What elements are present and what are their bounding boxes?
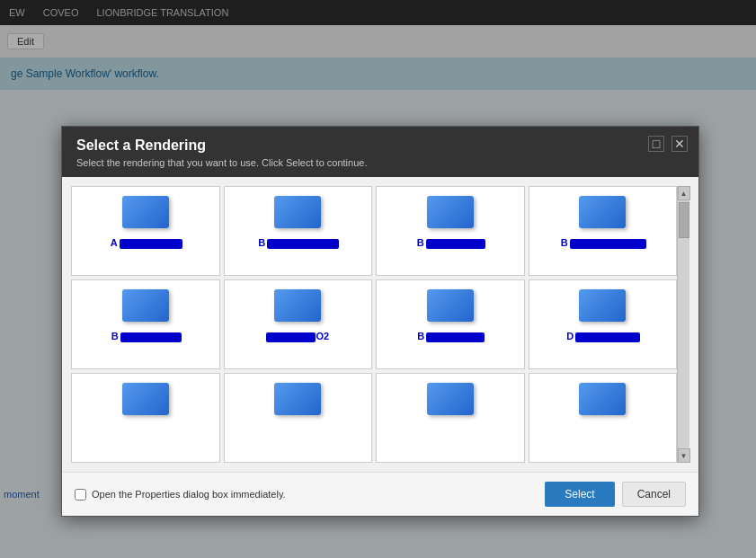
scrollbar-track: ▲ ▼ — [677, 186, 689, 463]
open-properties-checkbox-wrapper: Open the Properties dialog box immediate… — [75, 489, 286, 500]
scroll-up-button[interactable]: ▲ — [678, 186, 690, 200]
rendering-label-7: B — [415, 331, 485, 342]
grid-item-5[interactable]: B — [71, 279, 220, 369]
rendering-icon-1 — [122, 196, 169, 228]
modal-body: A B B — [62, 177, 698, 472]
rendering-label-1: A — [109, 237, 182, 249]
grid-item-3[interactable]: B — [376, 186, 525, 276]
rendering-icon-3 — [427, 196, 474, 228]
footer-buttons: Select Cancel — [545, 482, 686, 507]
grid-item-6[interactable]: O2 — [224, 279, 373, 369]
rendering-icon-7 — [427, 289, 474, 322]
rendering-icon-5 — [122, 289, 169, 322]
rendering-icon-9 — [122, 383, 169, 415]
close-button[interactable]: ✕ — [672, 136, 688, 152]
rendering-label-6: O2 — [266, 331, 330, 342]
grid-item-2[interactable]: B — [224, 186, 373, 276]
rendering-icon-11 — [427, 383, 474, 415]
grid-item-10[interactable] — [224, 373, 373, 463]
rendering-icon-4 — [579, 196, 626, 228]
modal-title: Select a Rendering — [76, 137, 684, 154]
grid-body-wrapper: A B B — [71, 186, 689, 463]
open-properties-checkbox[interactable] — [75, 489, 86, 500]
rendering-grid: A B B — [71, 186, 689, 463]
maximize-button[interactable]: □ — [648, 136, 664, 152]
grid-item-1[interactable]: A — [71, 186, 220, 276]
rendering-icon-6 — [274, 289, 321, 322]
footer-left: Open the Properties dialog box immediate… — [75, 489, 286, 500]
cancel-button[interactable]: Cancel — [622, 482, 686, 507]
grid-item-12[interactable] — [529, 373, 678, 463]
modal-header: Select a Rendering Select the rendering … — [62, 127, 698, 177]
grid-item-11[interactable] — [376, 373, 525, 463]
rendering-label-2: B — [256, 237, 339, 249]
rendering-icon-12 — [579, 383, 626, 415]
rendering-label-5: B — [110, 331, 182, 342]
rendering-icon-10 — [274, 383, 321, 415]
rendering-icon-8 — [579, 289, 626, 322]
rendering-label-3: B — [415, 237, 485, 249]
modal-header-controls: □ ✕ — [648, 136, 688, 152]
grid-item-4[interactable]: B — [529, 186, 678, 276]
grid-item-7[interactable]: B — [376, 279, 525, 369]
grid-item-9[interactable] — [71, 373, 220, 463]
rendering-label-8: D — [565, 331, 640, 342]
scroll-down-button[interactable]: ▼ — [678, 448, 690, 463]
rendering-icon-2 — [274, 196, 321, 228]
scrollbar-thumb[interactable] — [679, 202, 689, 238]
modal-footer: Open the Properties dialog box immediate… — [62, 472, 698, 516]
select-rendering-modal: Select a Rendering Select the rendering … — [61, 126, 699, 517]
rendering-label-4: B — [559, 237, 646, 249]
open-properties-label: Open the Properties dialog box immediate… — [92, 489, 286, 500]
modal-subtitle: Select the rendering that you want to us… — [76, 157, 684, 168]
grid-scroll-area: A B B — [71, 186, 689, 463]
grid-item-8[interactable]: D — [529, 279, 678, 369]
select-button[interactable]: Select — [545, 482, 614, 507]
